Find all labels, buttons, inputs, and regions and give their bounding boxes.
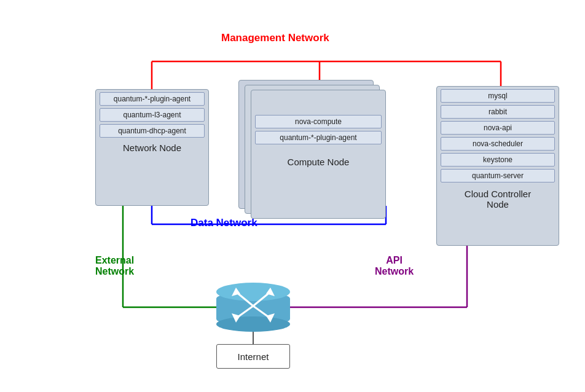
service-nova-api: nova-api [441,121,555,135]
cloud-controller-node-label: Cloud Controller Node [437,189,559,210]
network-node-label: Network Node [96,143,208,153]
service-quantum-server: quantum-server [441,169,555,182]
service-nova-compute: nova-compute [255,115,382,128]
router-icon [216,283,290,332]
service-mysql: mysql [441,89,555,103]
service-rabbit: rabbit [441,105,555,119]
external-network-label: ExternalNetwork [95,255,134,277]
internet-box: Internet [216,344,290,369]
service-keystone: keystone [441,153,555,167]
compute-node-box: nova-compute quantum-*-plugin-agent Comp… [251,90,386,219]
network-node-box: quantum-*-plugin-agent quantum-l3-agent … [95,89,209,206]
service-quantum-plugin-agent: quantum-*-plugin-agent [100,92,205,106]
data-network-label: Data Network [190,217,257,229]
service-quantum-dhcp: quantum-dhcp-agent [100,124,205,138]
cloud-controller-node-box: mysql rabbit nova-api nova-scheduler key… [436,86,559,246]
service-quantum-l3: quantum-l3-agent [100,108,205,122]
service-nova-scheduler: nova-scheduler [441,137,555,151]
api-network-label: APINetwork [375,255,414,277]
network-diagram: Management Network quantum-*-plugin-agen… [0,0,585,392]
service-compute-quantum-plugin: quantum-*-plugin-agent [255,131,382,144]
management-network-label: Management Network [221,32,329,44]
compute-node-label: Compute Node [251,157,385,167]
